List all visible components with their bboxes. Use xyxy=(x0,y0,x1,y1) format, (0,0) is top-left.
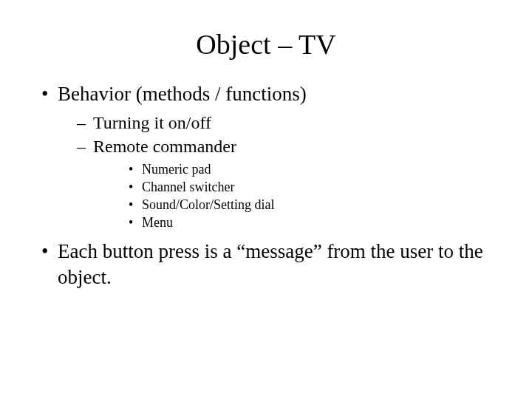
slide-title: Object – TV xyxy=(0,0,532,81)
sub-onoff: Turning it on/off xyxy=(74,112,502,134)
sub-sub-list: Numeric pad Channel switcher Sound/Color… xyxy=(93,161,502,231)
item-channel-switcher: Channel switcher xyxy=(126,179,502,196)
sub-remote: Remote commander Numeric pad Channel swi… xyxy=(74,135,502,231)
sub-remote-text: Remote commander xyxy=(93,137,236,156)
bullet-behavior-text: Behavior (methods / functions) xyxy=(58,83,307,105)
bullet-list: Behavior (methods / functions) Turning i… xyxy=(37,81,502,290)
bullet-message: Each button press is a “message” from th… xyxy=(37,239,502,290)
sub-list: Turning it on/off Remote commander Numer… xyxy=(58,112,502,232)
bullet-behavior: Behavior (methods / functions) Turning i… xyxy=(37,81,502,231)
item-numeric-pad: Numeric pad xyxy=(126,161,502,178)
item-menu: Menu xyxy=(126,214,502,231)
item-sound-dial: Sound/Color/Setting dial xyxy=(126,197,502,214)
slide-content: Behavior (methods / functions) Turning i… xyxy=(0,81,532,290)
slide: Object – TV Behavior (methods / function… xyxy=(0,0,532,399)
